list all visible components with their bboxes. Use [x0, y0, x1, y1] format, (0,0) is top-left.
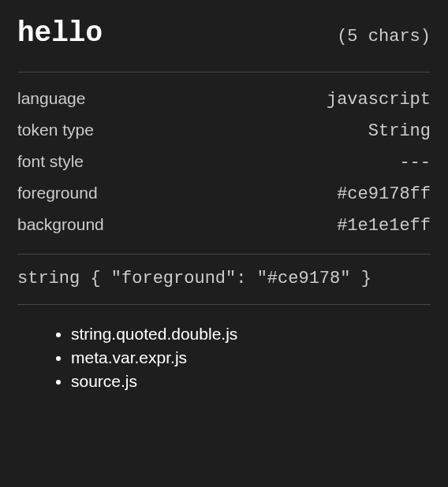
prop-value: ---: [399, 153, 431, 173]
prop-key: token type: [17, 121, 94, 139]
scope-list: string.quoted.double.js meta.var.expr.js…: [55, 322, 431, 393]
prop-key: language: [17, 89, 85, 108]
prop-key: font style: [17, 152, 84, 171]
prop-key: foreground: [17, 184, 98, 203]
scope-item: meta.var.expr.js: [71, 346, 431, 370]
prop-row-background: background #1e1e1eff: [17, 210, 431, 241]
token-text: hello: [17, 17, 103, 50]
token-inspector-header: hello (5 chars): [17, 17, 431, 72]
prop-value: #ce9178ff: [337, 184, 431, 204]
scope-item: source.js: [71, 370, 431, 393]
theme-rule: string { "foreground": "#ce9178" }: [17, 255, 431, 305]
prop-value: #1e1e1eff: [337, 216, 431, 236]
prop-row-token-type: token type String: [17, 115, 431, 147]
prop-row-language: language javascript: [17, 84, 431, 115]
textmate-scopes: string.quoted.double.js meta.var.expr.js…: [17, 305, 431, 393]
theme-rule-text: string { "foreground": "#ce9178" }: [17, 269, 371, 288]
prop-row-foreground: foreground #ce9178ff: [17, 178, 431, 210]
prop-row-font-style: font style ---: [17, 147, 431, 178]
char-count: (5 chars): [337, 27, 431, 46]
scope-item: string.quoted.double.js: [71, 322, 431, 346]
token-properties: language javascript token type String fo…: [17, 72, 431, 255]
prop-value: javascript: [327, 90, 431, 110]
prop-value: String: [368, 121, 431, 141]
prop-key: background: [17, 215, 104, 234]
